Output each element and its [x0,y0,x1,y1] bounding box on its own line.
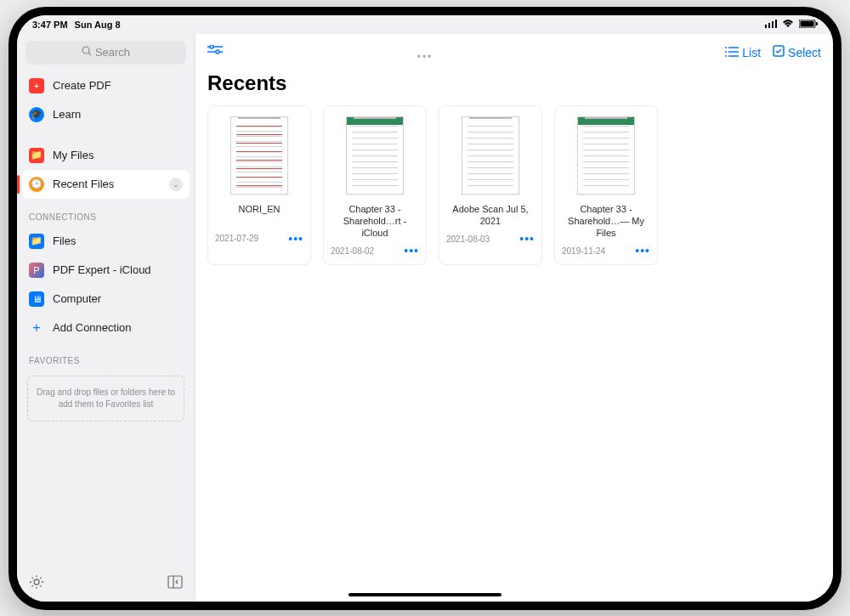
view-list-label: List [742,46,761,59]
sidebar-item-label: My Files [53,149,94,161]
sidebar-item-label: Add Connection [53,321,132,334]
ipad-frame: 3:47 PM Sun Aug 8 ••• [8,7,842,610]
files-grid: NORI_EN2021-07-29•••Chapter 33 - Shareho… [196,105,833,266]
svg-line-8 [88,53,91,55]
sidebar-item-learn[interactable]: 🎓 Learn [17,100,195,129]
graduation-icon: 🎓 [29,107,44,122]
home-indicator[interactable] [348,593,502,596]
section-connections: CONNECTIONS [17,199,195,227]
plus-icon: + [29,78,44,93]
search-input[interactable]: Search [26,41,186,65]
sidebar-item-label: PDF Expert - iCloud [53,263,151,276]
file-menu-button[interactable]: ••• [288,232,303,246]
sidebar-item-add-connection[interactable]: + Add Connection [17,314,195,342]
select-button[interactable]: Select [773,45,821,59]
file-title: Chapter 33 - Sharehold…rt - iCloud [331,203,419,240]
svg-point-19 [725,47,727,48]
file-card[interactable]: Adobe Scan Jul 5, 20212021-08-03••• [439,105,542,266]
folder-icon: 📁 [29,148,44,163]
sidebar-item-create-pdf[interactable]: + Create PDF [17,71,195,100]
check-icon [773,45,785,59]
svg-rect-5 [801,20,814,26]
status-bar: 3:47 PM Sun Aug 8 [17,15,833,34]
sidebar-item-files[interactable]: 📁 Files [17,227,195,256]
wifi-icon [782,20,794,30]
folder-icon: 📁 [29,234,44,249]
file-date: 2021-08-02 [331,246,374,256]
screen: 3:47 PM Sun Aug 8 ••• [17,15,833,602]
main-content: List Select Recents NORI_EN2021-07-29•••… [196,34,833,602]
toolbar: List Select [196,34,833,71]
signal-icon [765,20,777,30]
sidebar-item-recent-files[interactable]: 🕒 Recent Files ⌄ [22,170,190,199]
favorites-dropzone[interactable]: Drag and drop files or folders here to a… [27,376,184,421]
file-thumbnail [215,113,303,198]
page-title: Recents [196,71,833,105]
svg-rect-0 [765,25,767,28]
search-placeholder: Search [95,46,130,59]
plus-icon: + [29,320,44,336]
svg-point-21 [725,55,727,57]
clock-icon: 🕒 [29,177,44,192]
file-card[interactable]: NORI_EN2021-07-29••• [207,105,311,266]
status-date: Sun Aug 8 [75,20,121,30]
svg-point-7 [82,47,89,54]
svg-rect-2 [772,21,774,28]
sidebar-item-label: Files [53,235,76,247]
file-title: Chapter 33 - Sharehold…— My Files [562,203,650,240]
svg-point-20 [725,51,727,53]
list-icon [725,46,739,59]
app-body: Search + Create PDF 🎓 Learn 📁 [17,34,833,602]
battery-icon [799,20,818,30]
file-menu-button[interactable]: ••• [635,244,650,257]
select-label: Select [788,46,821,59]
computer-icon: 🖥 [29,291,44,307]
sidebar-item-label: Computer [53,292,101,305]
sidebar-item-pdfexpert-icloud[interactable]: P PDF Expert - iCloud [17,256,195,285]
svg-rect-1 [768,23,770,28]
file-menu-button[interactable]: ••• [404,244,419,257]
file-card[interactable]: Chapter 33 - Sharehold…rt - iCloud2021-0… [323,105,427,266]
svg-point-13 [210,45,213,48]
file-date: 2021-08-03 [446,235,490,244]
file-thumbnail [331,113,419,198]
file-thumbnail [562,113,650,198]
file-date: 2021-07-29 [215,234,258,243]
svg-rect-10 [168,576,182,588]
file-title: Adobe Scan Jul 5, 2021 [446,203,535,228]
pdfexpert-icon: P [29,263,44,278]
file-date: 2019-11-24 [562,246,605,256]
filter-button[interactable] [207,45,223,60]
settings-button[interactable] [29,574,44,593]
svg-point-15 [216,50,219,54]
file-thumbnail [446,113,535,198]
multitask-dots-icon[interactable]: ••• [417,51,434,63]
chevron-down-icon[interactable]: ⌄ [169,178,183,191]
sidebar-item-computer[interactable]: 🖥 Computer [17,285,195,314]
file-title: NORI_EN [215,203,303,227]
svg-point-9 [34,579,39,585]
sidebar-item-label: Create PDF [53,79,111,92]
sidebar-item-label: Learn [53,108,81,121]
collapse-sidebar-button[interactable] [167,574,183,593]
file-menu-button[interactable]: ••• [519,232,535,246]
file-card[interactable]: Chapter 33 - Sharehold…— My Files2019-11… [554,105,658,266]
sidebar: Search + Create PDF 🎓 Learn 📁 [17,34,196,602]
status-time: 3:47 PM [32,20,68,30]
svg-rect-6 [816,22,818,25]
sidebar-item-label: Recent Files [53,178,114,190]
section-favorites: FAVORITES [17,342,195,370]
svg-rect-3 [775,20,777,28]
view-list-button[interactable]: List [725,46,761,59]
search-icon [82,46,92,59]
sidebar-item-my-files[interactable]: 📁 My Files [17,141,195,170]
